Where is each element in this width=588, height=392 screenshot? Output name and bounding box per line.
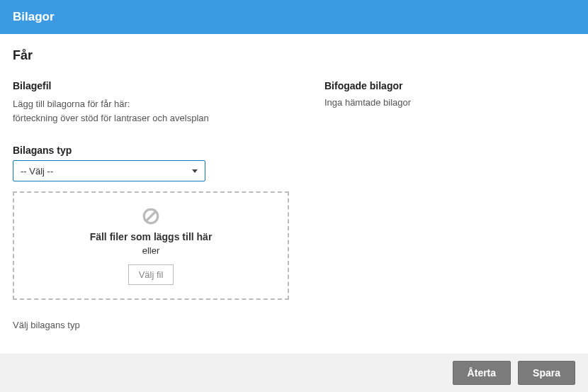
content-area: Får Bilagefil Lägg till bilagorna för få… xyxy=(0,34,588,330)
revert-button[interactable]: Återta xyxy=(453,361,511,385)
type-select-value: -- Välj -- xyxy=(21,166,53,177)
help-line2: förteckning över stöd för lantraser och … xyxy=(13,113,209,123)
attached-label: Bifogade bilagor xyxy=(324,80,575,91)
help-line1: Lägg till bilagorna för får här: xyxy=(13,99,130,109)
help-text: Lägg till bilagorna för får här: förteck… xyxy=(13,97,296,125)
type-select[interactable]: -- Välj -- xyxy=(13,160,205,181)
type-label: Bilagans typ xyxy=(13,145,296,156)
no-attachments-text: Inga hämtade bilagor xyxy=(324,97,575,108)
choose-file-button[interactable]: Välj fil xyxy=(128,264,174,285)
dropzone-or: eller xyxy=(142,245,160,256)
left-column: Bilagefil Lägg till bilagorna för får hä… xyxy=(13,80,296,330)
type-hint: Välj bilagans typ xyxy=(13,320,296,330)
save-button[interactable]: Spara xyxy=(518,361,575,385)
right-column: Bifogade bilagor Inga hämtade bilagor xyxy=(324,80,575,330)
type-select-wrap: -- Välj -- xyxy=(13,160,205,181)
columns: Bilagefil Lägg till bilagorna för får hä… xyxy=(13,80,575,330)
footer-bar: Återta Spara xyxy=(0,354,588,392)
chevron-down-icon xyxy=(192,169,198,173)
file-dropzone[interactable]: Fäll filer som läggs till här eller Välj… xyxy=(13,191,289,300)
header-title: Bilagor xyxy=(13,10,55,23)
header-bar: Bilagor xyxy=(0,0,588,34)
not-allowed-icon xyxy=(142,207,160,225)
file-label: Bilagefil xyxy=(13,80,296,91)
dropzone-title: Fäll filer som läggs till här xyxy=(90,231,213,242)
svg-line-1 xyxy=(147,211,156,220)
section-title: Får xyxy=(13,48,575,63)
